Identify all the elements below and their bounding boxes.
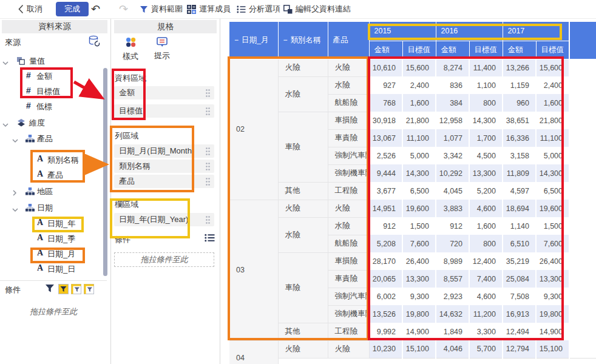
value-cell: 4,500: [469, 147, 503, 164]
tooltip-button[interactable]: 提示: [150, 37, 174, 61]
source-label: 來源: [5, 37, 21, 48]
header-month: −日期_月: [229, 22, 278, 59]
value-cell: 16,913: [503, 305, 536, 323]
value-cell: 5,000: [402, 147, 436, 164]
value-cell: 4,597: [503, 182, 536, 200]
pivot-body: 02火險火險10,61015,6008,27411,40013,26615,60…: [229, 59, 596, 364]
product-cell: 水險: [328, 76, 369, 94]
undo-button[interactable]: ↶: [91, 0, 100, 18]
category-cell: 其他: [278, 182, 328, 200]
product-cell: 工程險: [328, 323, 369, 340]
spec-panel: 規格 樣式 提示 資料區域金額目標值列區域日期_月(日期_Month)類別名稱產…: [112, 19, 220, 364]
field-item-量值[interactable]: 量值: [0, 53, 103, 68]
field-item-日期_年[interactable]: A日期_年: [0, 216, 103, 231]
chevron-down-icon[interactable]: [12, 204, 18, 215]
cancel-button[interactable]: 取消: [18, 0, 42, 18]
value-cell: 11,400: [469, 59, 503, 76]
field-pill-日期_月(日期_Month)[interactable]: 日期_月(日期_Month): [114, 144, 214, 158]
filter-icon: [140, 5, 148, 13]
layers-icon: [17, 118, 25, 129]
field-item-日期_季[interactable]: A日期_季: [0, 231, 103, 246]
conditions-list-icon[interactable]: [205, 234, 215, 244]
value-cell: 2,526: [369, 147, 402, 164]
divider: [220, 19, 220, 364]
data-range-button[interactable]: 資料範圍: [140, 0, 183, 18]
value-cell: 768: [369, 94, 402, 112]
field-item-目標值[interactable]: #目標值: [0, 84, 103, 98]
value-cell: 9,444: [369, 164, 402, 182]
field-item-類別名稱[interactable]: A類別名稱: [0, 152, 103, 167]
value-cell: 13,266: [503, 59, 536, 76]
chevron-right-icon[interactable]: [12, 187, 17, 198]
blank-cell: [569, 235, 596, 252]
filter-condition2-icon[interactable]: [84, 284, 94, 297]
chevron-down-icon[interactable]: [2, 57, 8, 68]
blank-cell: [569, 129, 596, 147]
drag-handle-icon[interactable]: [205, 177, 211, 190]
collapse-category-button[interactable]: −: [283, 36, 288, 44]
header-target-2017: 目標值: [536, 41, 569, 59]
category-cell: 火險: [278, 200, 328, 217]
value-cell: 1,600: [536, 94, 569, 112]
product-cell: 車損險: [328, 112, 369, 129]
analysis-options-button[interactable]: 分析選項: [237, 0, 280, 18]
field-item-產品[interactable]: 產品: [0, 131, 103, 146]
collapse-month-button[interactable]: −: [234, 36, 239, 44]
chevron-down-icon[interactable]: [12, 135, 18, 146]
value-cell: 2,923: [436, 288, 469, 305]
calc-member-button[interactable]: 運算成員: [187, 0, 231, 18]
sidebar-drop-hint[interactable]: 拖拉條件至此: [0, 306, 107, 317]
blank-cell: [569, 147, 596, 164]
hierarchy-icon: [25, 187, 35, 198]
drag-handle-icon[interactable]: [205, 215, 211, 229]
blank-cell: [569, 200, 596, 217]
value-cell: 14,900: [536, 323, 569, 340]
field-pill-日期_年(日期_Year)[interactable]: 日期_年(日期_Year): [114, 213, 214, 226]
product-cell: 工程險: [328, 182, 369, 200]
value-cell: 5,200: [469, 182, 503, 200]
table-row: 02火險火險10,61015,6008,27411,40013,26615,60…: [229, 59, 596, 76]
product-cell: 車責險: [328, 129, 369, 147]
pill-label: 金額: [119, 88, 135, 97]
value-cell: 10,610: [369, 59, 402, 76]
value-cell: 7,508: [503, 288, 536, 305]
value-cell: 26,400: [402, 252, 436, 270]
chevron-down-icon[interactable]: [2, 119, 8, 130]
field-item-地區[interactable]: 地區: [0, 184, 103, 198]
field-item-金額[interactable]: #金額: [0, 69, 103, 83]
divider: [110, 19, 111, 364]
field-pill-產品[interactable]: 產品: [114, 175, 214, 188]
field-item-產品[interactable]: A產品: [0, 167, 103, 182]
spec-condition-dropzone[interactable]: 拖拉條件至此: [114, 252, 214, 267]
drag-handle-icon[interactable]: [205, 147, 211, 160]
drag-handle-icon[interactable]: [205, 107, 211, 120]
field-pill-金額[interactable]: 金額: [114, 86, 214, 99]
filter-highlight-icon[interactable]: [58, 284, 69, 297]
product-cell: 火險: [328, 340, 369, 358]
sidebar-scrollbar-thumb[interactable]: [103, 68, 107, 276]
drag-handle-icon[interactable]: [205, 162, 211, 175]
edit-parent-link-button[interactable]: 編輯父資料連結: [283, 0, 351, 18]
done-button[interactable]: 完成: [56, 2, 89, 16]
value-cell: 14,300: [469, 112, 503, 129]
value-cell: 720: [436, 235, 469, 252]
value-cell: 21,800: [536, 112, 569, 129]
field-item-維度[interactable]: 維度: [0, 115, 103, 130]
redo-button[interactable]: ↷: [119, 0, 128, 18]
field-pill-類別名稱[interactable]: 類別名稱: [114, 160, 214, 173]
text-field-icon: A: [37, 169, 43, 179]
field-label: 金額: [36, 71, 52, 82]
product-cell: 強制機車險: [328, 164, 369, 182]
drag-handle-icon[interactable]: [205, 89, 211, 102]
text-field-icon: A: [37, 218, 43, 228]
field-item-低標[interactable]: #低標: [0, 99, 103, 113]
field-item-日期_日[interactable]: A日期_日: [0, 261, 103, 276]
field-item-日期_月[interactable]: A日期_月: [0, 246, 103, 261]
filter-all-icon[interactable]: [45, 284, 55, 295]
filter-condition-icon[interactable]: [71, 284, 81, 297]
datasource-refresh-icon[interactable]: [89, 35, 100, 49]
field-pill-目標值[interactable]: 目標值: [114, 104, 214, 118]
field-item-日期[interactable]: 日期: [0, 200, 103, 215]
style-button[interactable]: 樣式: [118, 37, 143, 62]
blank-cell: [569, 217, 596, 235]
